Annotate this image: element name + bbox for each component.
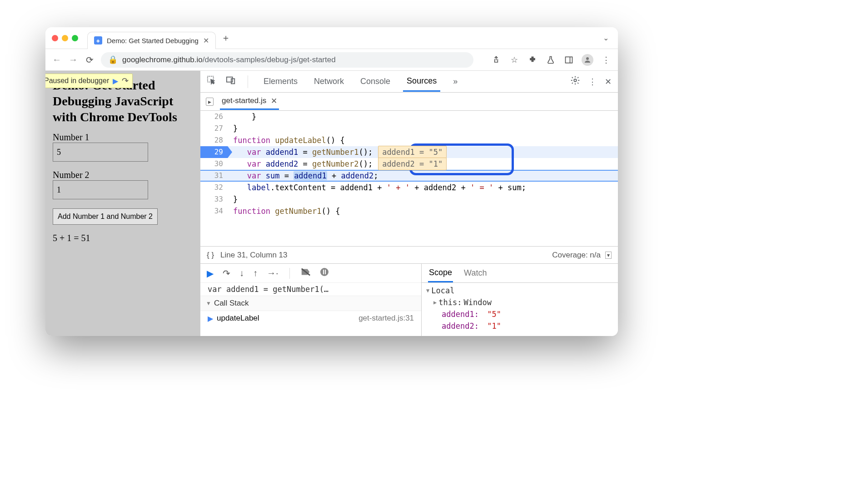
- editor-statusbar: { } Line 31, Column 13 Coverage: n/a ▾: [200, 246, 618, 263]
- add-button[interactable]: Add Number 1 and Number 2: [53, 208, 158, 225]
- devtools-close-icon[interactable]: ✕: [605, 77, 612, 87]
- stack-fn: updateLabel: [217, 314, 259, 323]
- cursor-position: Line 31, Column 13: [220, 251, 287, 260]
- labs-flask-icon[interactable]: [545, 55, 556, 64]
- tabs-chevron-icon[interactable]: ⌄: [603, 34, 609, 42]
- lock-icon: 🔒: [108, 55, 118, 64]
- number1-label: Number 1: [53, 132, 193, 143]
- step-icon[interactable]: →·: [267, 268, 279, 278]
- paused-banner: Paused in debugger ▶ ↷: [45, 74, 133, 88]
- browser-toolbar: ← → ⟳ 🔒 googlechrome.github.io/devtools-…: [45, 49, 618, 71]
- file-tab[interactable]: get-started.js ✕: [220, 94, 279, 110]
- file-tab-label: get-started.js: [222, 96, 266, 105]
- number2-label: Number 2: [53, 170, 193, 180]
- devtools-panel: Elements Network Console Sources » ⋮ ✕ ▸…: [200, 71, 618, 336]
- debugger-left-pane: ▶ ↷ ↓ ↑ →· var addend1 = getNumber1(: [200, 264, 422, 336]
- menu-kebab-icon[interactable]: ⋮: [601, 55, 612, 65]
- more-tabs-icon[interactable]: »: [449, 72, 461, 91]
- tab-scope[interactable]: Scope: [428, 264, 453, 282]
- debugger-controls: ▶ ↷ ↓ ↑ →·: [200, 264, 421, 283]
- stack-frame[interactable]: ▶ updateLabel get-started.js:31: [200, 311, 421, 326]
- browser-window: ◈ Demo: Get Started Debugging ✕ ＋ ⌄ ← → …: [45, 27, 618, 336]
- resume-icon[interactable]: ▶: [207, 268, 214, 279]
- tab-watch[interactable]: Watch: [463, 265, 488, 282]
- step-out-icon[interactable]: ↑: [253, 268, 258, 278]
- svg-point-2: [586, 57, 589, 60]
- extensions-icon[interactable]: [527, 55, 538, 64]
- bookmark-star-icon[interactable]: ☆: [509, 55, 520, 65]
- tab-title: Demo: Get Started Debugging: [107, 37, 199, 44]
- tab-elements[interactable]: Elements: [260, 72, 301, 91]
- close-tab-icon[interactable]: ✕: [203, 36, 209, 45]
- settings-gear-icon[interactable]: [570, 75, 580, 88]
- share-icon[interactable]: [491, 55, 502, 64]
- address-bar[interactable]: 🔒 googlechrome.github.io/devtools-sample…: [101, 52, 473, 68]
- devtools-menu-icon[interactable]: ⋮: [588, 77, 597, 87]
- deactivate-breakpoints-icon[interactable]: [301, 267, 311, 279]
- close-window-icon[interactable]: [52, 35, 58, 41]
- tab-sources[interactable]: Sources: [403, 72, 440, 92]
- code-editor[interactable]: 26 } 27} 28function updateLabel() { 29 v…: [200, 111, 618, 246]
- url-path: /devtools-samples/debug-js/get-started: [203, 55, 336, 64]
- banner-resume-icon[interactable]: ▶: [113, 77, 118, 85]
- debugger-right-pane: Scope Watch ▼Local ▶this: Window addend1…: [422, 264, 618, 336]
- format-braces-icon[interactable]: { }: [207, 251, 214, 260]
- result-text: 5 + 1 = 51: [53, 233, 193, 243]
- svg-rect-9: [323, 270, 324, 274]
- callstack-header[interactable]: ▼Call Stack: [200, 296, 421, 311]
- inline-value-1: addend1 = "5": [378, 146, 447, 158]
- current-frame-icon: ▶: [208, 314, 213, 323]
- pause-exceptions-icon[interactable]: [320, 267, 329, 279]
- svg-point-8: [320, 268, 328, 276]
- stack-location: get-started.js:31: [358, 314, 414, 323]
- maximize-window-icon[interactable]: [72, 35, 78, 41]
- svg-rect-10: [325, 270, 326, 274]
- scope-var-addend1: addend1: "5": [426, 308, 613, 320]
- scope-var-addend2: addend2: "1": [426, 320, 613, 332]
- paused-banner-text: Paused in debugger: [45, 77, 109, 85]
- url-host: googlechrome.github.io: [122, 55, 203, 64]
- tab-network[interactable]: Network: [310, 72, 348, 91]
- number2-input[interactable]: [53, 180, 148, 199]
- page-viewport: Paused in debugger ▶ ↷ Demo: Get Started…: [45, 71, 200, 336]
- browser-tab[interactable]: ◈ Demo: Get Started Debugging ✕: [87, 32, 216, 49]
- number1-input[interactable]: [53, 143, 148, 162]
- favicon-icon: ◈: [94, 36, 102, 44]
- svg-rect-0: [566, 57, 572, 63]
- panel-icon[interactable]: [563, 55, 574, 64]
- reload-button[interactable]: ⟳: [85, 54, 95, 65]
- file-tabstrip: ▸ get-started.js ✕: [200, 93, 618, 111]
- devtools-tabstrip: Elements Network Console Sources » ⋮ ✕: [200, 71, 618, 93]
- inline-value-2: addend2 = "1": [378, 158, 447, 170]
- scope-watch-tabs: Scope Watch: [422, 264, 618, 283]
- back-button[interactable]: ←: [52, 54, 62, 65]
- step-into-icon[interactable]: ↓: [239, 268, 244, 278]
- inspect-element-icon[interactable]: [207, 75, 217, 88]
- coverage-toggle-icon[interactable]: ▾: [605, 252, 612, 259]
- scope-local[interactable]: ▼Local: [426, 285, 613, 296]
- scope-this[interactable]: ▶this: Window: [426, 296, 613, 308]
- forward-button[interactable]: →: [68, 54, 78, 65]
- window-controls: [52, 35, 78, 41]
- minimize-window-icon[interactable]: [62, 35, 68, 41]
- titlebar: ◈ Demo: Get Started Debugging ✕ ＋ ⌄: [45, 27, 618, 49]
- show-navigator-icon[interactable]: ▸: [206, 98, 214, 106]
- paused-source-snippet: var addend1 = getNumber1(…: [200, 283, 421, 296]
- tab-console[interactable]: Console: [357, 72, 394, 91]
- profile-avatar-icon[interactable]: [582, 54, 593, 66]
- device-toggle-icon[interactable]: [226, 75, 236, 88]
- file-tab-close-icon[interactable]: ✕: [271, 96, 277, 106]
- banner-step-over-icon[interactable]: ↷: [122, 76, 129, 86]
- coverage-label: Coverage: n/a: [552, 251, 601, 260]
- step-over-icon[interactable]: ↷: [223, 268, 230, 279]
- new-tab-button[interactable]: ＋: [221, 32, 230, 44]
- svg-point-6: [574, 79, 577, 82]
